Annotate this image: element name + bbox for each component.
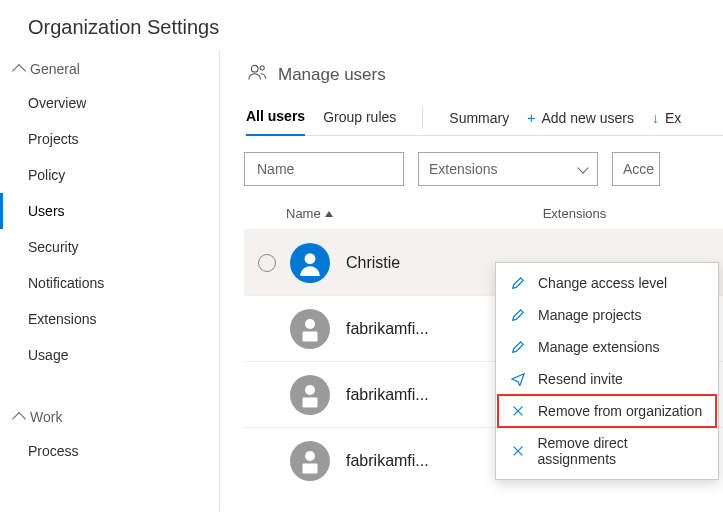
sidebar-item-projects[interactable]: Projects — [0, 121, 219, 157]
nav-section-label: Work — [30, 409, 62, 425]
svg-point-5 — [305, 385, 315, 395]
tab-group-rules[interactable]: Group rules — [323, 101, 396, 135]
export-button[interactable]: ↓ Ex — [652, 110, 681, 126]
user-name: fabrikamfi... — [346, 386, 476, 404]
sidebar-item-security[interactable]: Security — [0, 229, 219, 265]
sort-ascending-icon — [325, 211, 333, 217]
column-header-name[interactable]: Name — [286, 206, 486, 221]
add-new-users-button[interactable]: + Add new users — [527, 110, 634, 126]
svg-rect-6 — [303, 397, 318, 407]
menu-label: Remove from organization — [538, 403, 702, 419]
menu-change-access-level[interactable]: Change access level — [496, 267, 718, 299]
extensions-filter-label: Extensions — [429, 161, 497, 177]
summary-link[interactable]: Summary — [449, 110, 509, 126]
svg-point-2 — [305, 253, 316, 264]
x-icon — [510, 444, 525, 458]
send-icon — [510, 372, 526, 386]
name-input[interactable] — [255, 153, 393, 185]
avatar — [290, 309, 330, 349]
access-filter-label: Acce — [623, 161, 654, 177]
extensions-filter[interactable]: Extensions — [418, 152, 598, 186]
column-headers: Name Extensions — [244, 198, 723, 229]
sidebar-item-users[interactable]: Users — [0, 193, 219, 229]
sidebar-item-policy[interactable]: Policy — [0, 157, 219, 193]
menu-remove-from-organization[interactable]: Remove from organization — [496, 395, 718, 427]
row-selector[interactable] — [258, 254, 276, 272]
user-name: fabrikamfi... — [346, 320, 476, 338]
svg-point-7 — [305, 451, 315, 461]
access-filter[interactable]: Acce — [612, 152, 660, 186]
svg-point-0 — [251, 65, 258, 72]
chevron-up-icon — [12, 412, 26, 426]
sidebar: General Overview Projects Policy Users S… — [0, 51, 220, 511]
section-title: Manage users — [244, 59, 723, 100]
name-filter[interactable] — [244, 152, 404, 186]
column-header-extensions[interactable]: Extensions — [486, 206, 723, 221]
nav-section-work[interactable]: Work — [0, 403, 219, 433]
menu-manage-projects[interactable]: Manage projects — [496, 299, 718, 331]
pencil-icon — [510, 340, 526, 354]
tabs-row: All users Group rules Summary + Add new … — [244, 100, 723, 136]
add-new-users-label: Add new users — [541, 110, 634, 126]
people-icon — [248, 63, 268, 86]
avatar — [290, 375, 330, 415]
divider — [422, 107, 423, 129]
menu-manage-extensions[interactable]: Manage extensions — [496, 331, 718, 363]
sidebar-item-extensions[interactable]: Extensions — [0, 301, 219, 337]
sidebar-item-usage[interactable]: Usage — [0, 337, 219, 373]
svg-rect-8 — [303, 463, 318, 473]
avatar — [290, 243, 330, 283]
plus-icon: + — [527, 110, 535, 126]
tab-all-users[interactable]: All users — [246, 100, 305, 136]
menu-label: Manage extensions — [538, 339, 659, 355]
page-title: Organization Settings — [0, 0, 723, 51]
context-menu: Change access level Manage projects Mana… — [495, 262, 719, 480]
nav-section-label: General — [30, 61, 80, 77]
menu-remove-direct-assignments[interactable]: Remove direct assignments — [496, 427, 718, 475]
chevron-up-icon — [12, 64, 26, 78]
avatar — [290, 441, 330, 481]
download-icon: ↓ — [652, 110, 659, 126]
nav-section-general[interactable]: General — [0, 55, 219, 85]
menu-label: Remove direct assignments — [537, 435, 704, 467]
menu-label: Resend invite — [538, 371, 623, 387]
chevron-down-icon — [577, 162, 588, 173]
export-label: Ex — [665, 110, 681, 126]
svg-rect-4 — [303, 331, 318, 341]
pencil-icon — [510, 308, 526, 322]
sidebar-item-notifications[interactable]: Notifications — [0, 265, 219, 301]
col-name-label: Name — [286, 206, 321, 221]
sidebar-item-overview[interactable]: Overview — [0, 85, 219, 121]
menu-label: Manage projects — [538, 307, 642, 323]
menu-label: Change access level — [538, 275, 667, 291]
x-icon — [510, 404, 526, 418]
sidebar-item-process[interactable]: Process — [0, 433, 219, 469]
user-name: fabrikamfi... — [346, 452, 476, 470]
menu-resend-invite[interactable]: Resend invite — [496, 363, 718, 395]
pencil-icon — [510, 276, 526, 290]
svg-point-1 — [260, 66, 264, 70]
svg-point-3 — [305, 319, 315, 329]
user-name: Christie — [346, 254, 476, 272]
filters-row: Extensions Acce — [244, 136, 723, 198]
section-title-text: Manage users — [278, 65, 386, 85]
